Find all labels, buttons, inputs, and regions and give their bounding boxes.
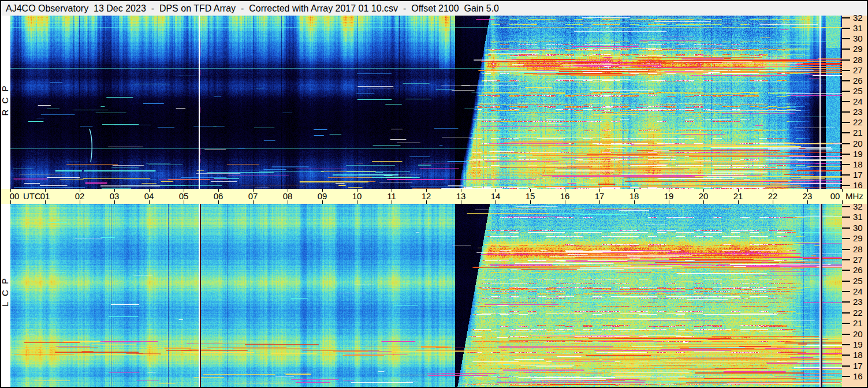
time-hour-label: 21 [733,191,743,202]
freq-tick [842,376,850,377]
time-hour-label: 20 [699,191,709,202]
time-hour-label: 10 [352,191,362,202]
time-hour-label: 09 [318,191,327,202]
freq-tick-label: 29 [853,44,868,53]
freq-tick-label: 27 [853,66,868,74]
freq-tick-label: 30 [853,223,868,232]
time-hour-label: 14 [491,191,501,202]
freq-tick-label: 22 [853,118,868,126]
time-axis-band: 0001020304050607080910111213141516171819… [1,189,867,204]
freq-tick-label: 17 [853,170,868,179]
freq-tick [842,164,850,165]
freq-tick-label: 23 [853,107,868,116]
time-hour-label: 06 [214,191,223,202]
time-hour-label: 12 [422,191,431,202]
freq-tick [842,122,850,123]
freq-tick [842,38,850,39]
freq-tick [842,185,850,186]
freq-tick-label: 26 [853,266,868,274]
freq-tick [842,323,850,324]
freq-tick-label: 29 [853,234,868,242]
time-hour-label: 00 [10,191,20,202]
freq-tick [842,217,850,218]
freq-tick-label: 31 [853,212,868,221]
freq-tick-label: 17 [853,361,868,370]
freq-tick [842,80,850,81]
freq-tick [842,154,850,155]
freq-tick [842,259,850,260]
time-hour-label: 01 [40,191,50,202]
freq-tick [842,334,850,335]
freq-tick-label: 19 [853,150,868,158]
freq-tick-label: 22 [853,308,868,317]
freq-tick [842,249,850,250]
time-axis-mhz-label: MHz [845,191,863,202]
freq-tick [842,91,850,92]
freq-tick [842,301,850,303]
freq-tick-label: 24 [853,287,868,296]
time-tick [842,200,843,204]
freq-tick-label: 16 [853,372,868,380]
time-hour-label: 04 [144,191,154,202]
freq-tick [842,291,850,292]
freq-tick-label: 32 [853,202,868,211]
freq-tick [842,111,850,113]
freq-tick-label: 28 [853,55,868,64]
freq-tick [842,344,850,345]
freq-tick-label: 20 [853,139,868,148]
freq-tick [842,174,850,176]
freq-tick-label: 31 [853,24,868,32]
freq-tick-label: 28 [853,245,868,253]
freq-tick-label: 27 [853,255,868,264]
time-hour-label: 16 [560,191,570,202]
freq-tick [842,270,850,271]
freq-tick-label: 20 [853,330,868,338]
time-hour-label: 17 [595,191,605,202]
time-hour-label: 03 [110,191,120,202]
freq-tick-label: 21 [853,128,868,137]
rcp-panel-label: R C P [1,74,10,126]
freq-tick-label: 24 [853,97,868,106]
freq-tick [842,355,850,356]
time-hour-label: 15 [526,191,535,202]
freq-tick-label: 32 [853,13,868,22]
time-tick [842,189,843,192]
freq-tick [842,227,850,229]
freq-tick [842,132,850,133]
freq-tick-label: 21 [853,319,868,327]
time-hour-label: 11 [387,191,396,202]
lcp-spectrogram-canvas [10,204,842,387]
freq-tick-label: 26 [853,76,868,85]
freq-tick [842,143,850,144]
time-hour-label: 05 [179,191,189,202]
title-bar: AJ4CO Observatory 13 Dec 2023 - DPS on T… [1,1,867,16]
time-hour-label: 02 [75,191,85,202]
time-hour-label: 08 [283,191,293,202]
freq-tick-label: 19 [853,340,868,349]
freq-tick-label: 25 [853,87,868,95]
freq-tick [842,48,850,50]
freq-tick [842,101,850,102]
time-hour-label: 19 [664,191,674,202]
freq-tick [842,281,850,282]
freq-tick [842,238,850,239]
freq-tick [842,28,850,29]
time-hour-label: 23 [803,191,813,202]
freq-tick [842,365,850,367]
freq-tick-label: 16 [853,181,868,189]
time-hour-label: 00 [830,191,840,202]
lcp-panel-label: L C P [1,266,10,318]
dps-viewer: AJ4CO Observatory 13 Dec 2023 - DPS on T… [0,0,868,388]
freq-tick [842,70,850,71]
freq-tick-label: 23 [853,297,868,306]
time-axis-utc-label: UTC [23,191,41,202]
freq-tick-label: 18 [853,350,868,359]
rcp-spectrogram-canvas [10,16,842,189]
time-hour-label: 13 [456,191,466,202]
freq-tick [842,59,850,61]
freq-tick [842,17,850,18]
freq-tick-label: 30 [853,34,868,43]
freq-tick-label: 18 [853,160,868,169]
freq-tick [842,312,850,314]
time-hour-label: 07 [248,191,258,202]
